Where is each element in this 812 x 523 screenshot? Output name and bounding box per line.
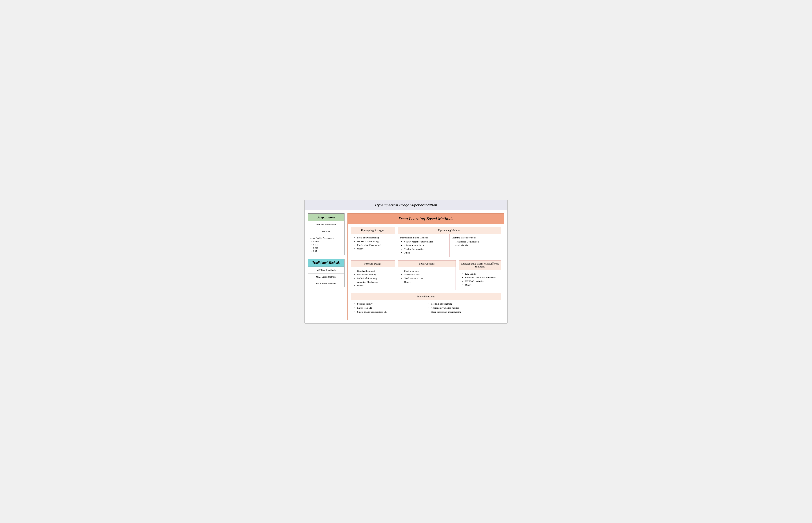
- list-item: Others: [357, 284, 392, 287]
- list-item: Model lightweighting: [431, 302, 498, 305]
- problem-formulation-item: Problem Formulation: [308, 221, 344, 228]
- list-item: SSIM: [313, 244, 343, 246]
- list-item: Large-scale SR: [357, 306, 424, 309]
- list-item: Adversarial Loss: [404, 273, 453, 276]
- preparations-header: Preparations: [308, 214, 344, 221]
- learning-header: Learning Based Methods:: [452, 236, 499, 239]
- upsampling-methods-header: Upsampling Methods: [398, 227, 501, 234]
- upsampling-strategies-list: Front-end Upsampling Back-end Upsampling…: [353, 236, 392, 250]
- future-col-1: Spectral fidelity Large-scale SR Single-…: [353, 302, 424, 314]
- future-directions-box: Future Directions Spectral fidelity Larg…: [351, 293, 501, 317]
- list-item: Multi-Path Learning: [357, 277, 392, 280]
- left-sidebar: Preparations Problem Formulation Dataset…: [308, 213, 344, 320]
- loss-functions-box: Loss Functions Pixel-wise Loss Adversari…: [398, 260, 456, 290]
- list-item: Others: [357, 247, 392, 250]
- representative-works-list: Key Bands Based on Traditional Framework…: [461, 272, 498, 286]
- content-area: Preparations Problem Formulation Dataset…: [305, 210, 507, 323]
- traditional-header: Traditional Methods: [308, 259, 344, 267]
- quality-header: Image Quality Assessment:: [310, 237, 343, 239]
- list-item: PSNR: [313, 240, 343, 243]
- list-item: Total Variance Loss: [404, 277, 453, 280]
- sma-methods-item: SMA Based Methods: [308, 280, 344, 287]
- list-item: Recursive Learning: [357, 273, 392, 276]
- quality-assessment-item: Image Quality Assessment: PSNR SSIM SAM …: [308, 235, 344, 255]
- main-content: Upsampling Strategies Front-end Upsampli…: [348, 224, 504, 320]
- representative-works-box: Representative Works with Different Stra…: [459, 260, 501, 290]
- list-item: Pixel-wise Loss: [404, 270, 453, 272]
- loss-functions-content: Pixel-wise Loss Adversarial Loss Total V…: [398, 267, 456, 286]
- interpolation-list: Nearest-neighbor Interpolation Bilinear …: [400, 240, 447, 254]
- learning-list: Transposed Convolution Pixel Shuffle: [452, 240, 499, 247]
- traditional-section: Traditional Methods WT Based methods MAP…: [308, 259, 344, 287]
- list-item: Spectral fidelity: [357, 302, 424, 305]
- network-design-header: Network Design: [351, 260, 395, 267]
- representative-works-header: Representative Works with Different Stra…: [459, 260, 501, 270]
- future-directions-content: Spectral fidelity Large-scale SR Single-…: [351, 300, 501, 317]
- deep-learning-header: Deep Learning Based Methods: [348, 214, 504, 224]
- list-item: Thorough evaluation metrics: [431, 306, 498, 309]
- upsampling-strategies-content: Front-end Upsampling Back-end Upsampling…: [351, 234, 395, 253]
- top-row: Upsampling Strategies Front-end Upsampli…: [351, 227, 501, 257]
- preparations-section: Preparations Problem Formulation Dataset…: [308, 213, 344, 255]
- quality-list: PSNR SSIM SAM SID: [310, 240, 343, 252]
- loss-functions-header: Loss Functions: [398, 260, 456, 267]
- list-item: Progressive Upsampling: [357, 244, 392, 247]
- list-item: Residual Learning: [357, 270, 392, 272]
- list-item: Others: [465, 284, 498, 286]
- list-item: Bicubic Interpolation: [404, 248, 447, 251]
- list-item: Single-image unsupervised SR: [357, 310, 424, 313]
- network-design-box: Network Design Residual Learning Recursi…: [351, 260, 395, 290]
- list-item: Transposed Convolution: [455, 240, 499, 243]
- datasets-item: Datasets: [308, 228, 344, 235]
- interpolation-header: Interpolation Based Methods:: [400, 236, 447, 239]
- list-item: Deep theoretical understanding: [431, 310, 498, 313]
- list-item: Front-end Upsampling: [357, 236, 392, 239]
- list-item: Others: [404, 281, 453, 284]
- list-item: Back-end Upsampling: [357, 240, 392, 243]
- list-item: SAM: [313, 247, 343, 249]
- future-list-1: Spectral fidelity Large-scale SR Single-…: [353, 302, 424, 313]
- list-item: Key Bands: [465, 272, 498, 275]
- upsampling-methods-box: Upsampling Methods Interpolation Based M…: [398, 227, 501, 257]
- list-item: 2D/3D Convolution: [465, 280, 498, 283]
- upsampling-methods-inner: Interpolation Based Methods: Nearest-nei…: [398, 234, 501, 257]
- network-design-list: Residual Learning Recursive Learning Mul…: [353, 270, 392, 287]
- future-directions-header: Future Directions: [351, 293, 501, 300]
- main-area: Deep Learning Based Methods Upsampling S…: [347, 213, 504, 320]
- list-item: Bilinear Interpolation: [404, 244, 447, 247]
- network-design-content: Residual Learning Recursive Learning Mul…: [351, 267, 395, 290]
- future-list-2: Model lightweighting Thorough evaluation…: [427, 302, 498, 313]
- map-methods-item: MAP Based Methods: [308, 273, 344, 280]
- learning-col: Learning Based Methods: Transposed Convo…: [450, 234, 501, 257]
- outer-container: Hyperspectral Image Super-resolution Pre…: [304, 200, 508, 324]
- list-item: Pixel Shuffle: [455, 244, 499, 247]
- upsampling-strategies-box: Upsampling Strategies Front-end Upsampli…: [351, 227, 395, 257]
- future-col-2: Model lightweighting Thorough evaluation…: [427, 302, 498, 314]
- loss-functions-list: Pixel-wise Loss Adversarial Loss Total V…: [400, 270, 453, 284]
- middle-row: Network Design Residual Learning Recursi…: [351, 260, 501, 290]
- list-item: Others: [404, 251, 447, 254]
- list-item: SID: [313, 250, 343, 252]
- list-item: Attention Mechanism: [357, 281, 392, 284]
- representative-works-content: Key Bands Based on Traditional Framework…: [459, 270, 501, 289]
- list-item: Nearest-neighbor Interpolation: [404, 240, 447, 243]
- wt-methods-item: WT Based methods: [308, 267, 344, 273]
- interpolation-col: Interpolation Based Methods: Nearest-nei…: [398, 234, 450, 257]
- upsampling-strategies-header: Upsampling Strategies: [351, 227, 395, 234]
- main-title: Hyperspectral Image Super-resolution: [305, 200, 507, 210]
- list-item: Based on Traditional Framework: [465, 276, 498, 279]
